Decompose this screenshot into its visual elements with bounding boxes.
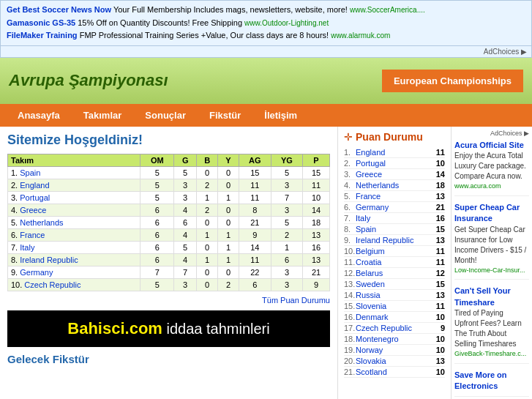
ad-text: Tired of Paying Upfront Fees? Learn The … (454, 308, 529, 349)
team-link[interactable]: Czech Republic (356, 324, 441, 332)
team-link[interactable]: Italy (356, 214, 436, 223)
om-cell: 6 (141, 253, 174, 266)
team-link[interactable]: Spain (20, 168, 40, 177)
col-y: Y (218, 154, 239, 166)
list-item: 17. Czech Republic 9 (344, 323, 445, 334)
ad-title[interactable]: Super Cheap Car Insurance (454, 202, 529, 225)
pts-value: 9 (441, 324, 445, 332)
team-link[interactable]: Italy (20, 243, 34, 252)
tum-puan-link[interactable]: Tüm Puan Durumu (7, 296, 330, 305)
team-link[interactable]: Netherlands (356, 181, 436, 190)
right-adchoices[interactable]: AdChoices ▶ (454, 130, 529, 137)
ag-cell: 6 (239, 278, 271, 291)
team-link[interactable]: Germany (356, 203, 436, 212)
left-content: Sitemize Hoşgeldiniz! Takım OM G B Y AG … (0, 127, 338, 399)
y-cell: 0 (218, 179, 239, 191)
g-cell: 7 (174, 266, 196, 278)
ad-block: Acura Official Site Enjoy the Acura Tota… (454, 140, 529, 196)
team-link[interactable]: Slovakia (356, 357, 436, 365)
team-link[interactable]: France (356, 192, 436, 201)
team-cell: 8. Ireland Republic (8, 253, 141, 266)
team-link[interactable]: Netherlands (20, 218, 63, 227)
team-link[interactable]: Spain (356, 225, 436, 234)
rank-num: 8. (344, 225, 356, 234)
g-cell: 6 (174, 216, 196, 228)
team-link[interactable]: Ireland Republic (20, 256, 78, 264)
team-link[interactable]: Greece (356, 170, 436, 179)
ad-url: GiveBack-Timeshare.c... (454, 349, 529, 359)
team-link[interactable]: Czech Republic (24, 280, 80, 289)
b-cell: 1 (196, 191, 217, 204)
pts-value: 11 (436, 247, 445, 256)
pts-value: 15 (436, 225, 445, 234)
nav-iletisim[interactable]: İletişim (252, 107, 309, 124)
team-link[interactable]: Belarus (356, 269, 436, 277)
bahisci-banner[interactable]: Bahisci.com iddaa tahminleri (7, 310, 330, 347)
y-cell: 2 (218, 278, 239, 291)
nav-sonuclar[interactable]: Sonuçlar (133, 107, 198, 124)
nav-fikstur[interactable]: Fikstür (198, 107, 252, 124)
team-link[interactable]: Norway (356, 346, 436, 354)
p-cell: 11 (303, 179, 330, 191)
col-g: G (174, 154, 196, 166)
team-link[interactable]: Greece (20, 206, 46, 215)
ad-title[interactable]: Can't Sell Your Timeshare (454, 286, 529, 308)
adchoices-bar[interactable]: AdChoices ▶ (0, 46, 532, 58)
ad-label-2[interactable]: Gamasonic GS-35 (7, 18, 75, 27)
team-link[interactable]: Montenegro (356, 335, 436, 343)
p-cell: 9 (303, 278, 330, 291)
team-link[interactable]: England (20, 181, 49, 190)
list-item: 21. Scotland 10 (344, 367, 445, 378)
pts-value: 10 (436, 368, 445, 376)
welcome-title: Sitemize Hoşgeldiniz! (7, 133, 330, 148)
team-link[interactable]: Ireland Republic (356, 236, 436, 245)
list-item: 10. Belgium 11 (344, 246, 445, 257)
b-cell: 0 (196, 278, 217, 291)
b-cell: 2 (196, 179, 217, 191)
pts-value: 10 (436, 346, 445, 354)
list-item: 3. Greece 14 (344, 169, 445, 180)
top-ad-banner: Get Best Soccer News Now Your Full Membe… (0, 0, 532, 46)
p-cell: 13 (303, 253, 330, 266)
team-link[interactable]: Germany (20, 268, 53, 277)
ad-title[interactable]: Save More on Electronics (454, 370, 529, 392)
ad-title[interactable]: Acura Official Site (454, 140, 529, 151)
team-link[interactable]: Portugal (356, 159, 436, 168)
ad-line-2: Gamasonic GS-35 15% Off on Quantity Disc… (7, 17, 525, 30)
puan-durumu-panel: ✛ Puan Durumu 1. England 11 2. Portugal … (338, 127, 452, 399)
nav-anasayfa[interactable]: Anasayfa (6, 107, 72, 124)
team-link[interactable]: Denmark (356, 313, 436, 321)
team-link[interactable]: Belgium (356, 247, 436, 256)
standings-table: Takım OM G B Y AG YG P 1. Spain 5 5 0 0 … (7, 154, 330, 291)
ad-line-1: Get Best Soccer News Now Your Full Membe… (7, 4, 525, 17)
b-cell: 0 (196, 241, 217, 253)
pts-value: 21 (436, 203, 445, 212)
nav-takimlar[interactable]: Takımlar (72, 107, 134, 124)
ad-label-1[interactable]: Get Best Soccer News Now (7, 5, 111, 14)
list-item: 18. Montenegro 10 (344, 334, 445, 345)
team-link[interactable]: Scotland (356, 368, 436, 376)
team-link[interactable]: Portugal (20, 193, 50, 202)
col-takim: Takım (8, 154, 141, 166)
yg-cell: 3 (271, 266, 302, 278)
team-link[interactable]: England (356, 148, 436, 157)
team-link[interactable]: France (20, 231, 45, 239)
ag-cell: 11 (239, 253, 271, 266)
bahisci-site: Bahisci.com (67, 319, 162, 338)
team-link[interactable]: Sweden (356, 280, 436, 288)
ad-line-3: FileMaker Training FMP Professional Trai… (7, 29, 525, 42)
list-item: 11. Croatia 11 (344, 257, 445, 268)
ad-label-3[interactable]: FileMaker Training (7, 31, 78, 40)
p-cell: 16 (303, 241, 330, 253)
ag-cell: 8 (239, 204, 271, 216)
list-item: 2. Portugal 10 (344, 158, 445, 169)
b-cell: 0 (196, 216, 217, 228)
table-row: 4. Greece 6 4 2 0 8 3 14 (8, 204, 330, 216)
team-link[interactable]: Russia (356, 291, 436, 299)
list-item: 12. Belarus 12 (344, 268, 445, 279)
team-link[interactable]: Croatia (356, 258, 436, 266)
team-cell: 2. England (8, 179, 141, 191)
team-link[interactable]: Slovenia (356, 302, 436, 310)
list-item: 14. Russia 13 (344, 290, 445, 301)
rank-num: 14. (344, 291, 356, 299)
